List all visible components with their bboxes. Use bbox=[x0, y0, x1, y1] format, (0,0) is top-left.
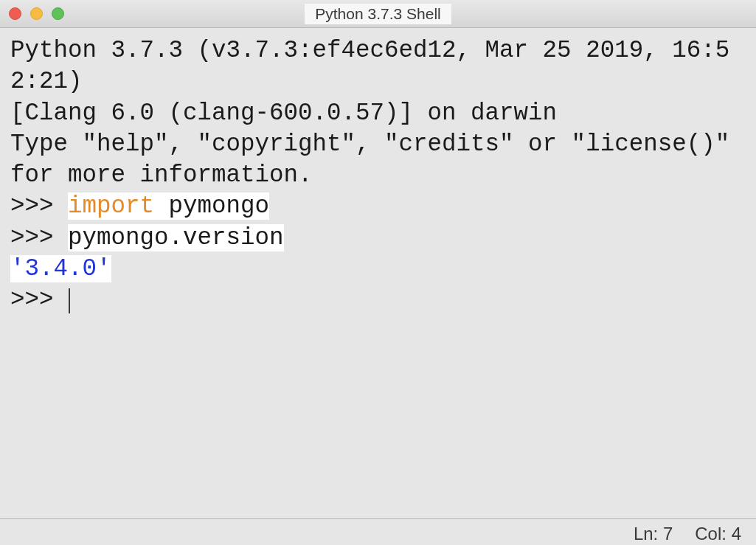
prompt: >>> bbox=[10, 192, 68, 220]
output-line-1: '3.4.0' bbox=[10, 255, 111, 282]
close-icon[interactable] bbox=[9, 7, 21, 20]
window-title: Python 3.7.3 Shell bbox=[305, 4, 451, 24]
minimize-icon[interactable] bbox=[30, 7, 43, 20]
text-cursor bbox=[69, 288, 70, 313]
status-col: Col: 4 bbox=[695, 524, 741, 544]
banner-line-3: Type "help", "copyright", "credits" or "… bbox=[10, 131, 744, 189]
input-line-2: pymongo.version bbox=[68, 224, 284, 251]
status-bar: Ln: 7 Col: 4 bbox=[0, 518, 756, 545]
prompt: >>> bbox=[10, 224, 68, 251]
status-line: Ln: 7 bbox=[634, 524, 673, 544]
keyword-import: import bbox=[68, 192, 154, 220]
banner-line-2: [Clang 6.0 (clang-600.0.57)] on darwin bbox=[10, 100, 557, 127]
traffic-lights bbox=[9, 7, 64, 20]
maximize-icon[interactable] bbox=[52, 7, 64, 20]
input-line-1-rest: pymongo bbox=[154, 192, 269, 220]
shell-content[interactable]: Python 3.7.3 (v3.7.3:ef4ec6ed12, Mar 25 … bbox=[0, 28, 756, 518]
banner-line-1: Python 3.7.3 (v3.7.3:ef4ec6ed12, Mar 25 … bbox=[10, 37, 729, 95]
prompt: >>> bbox=[10, 286, 68, 313]
titlebar[interactable]: Python 3.7.3 Shell bbox=[0, 0, 756, 28]
